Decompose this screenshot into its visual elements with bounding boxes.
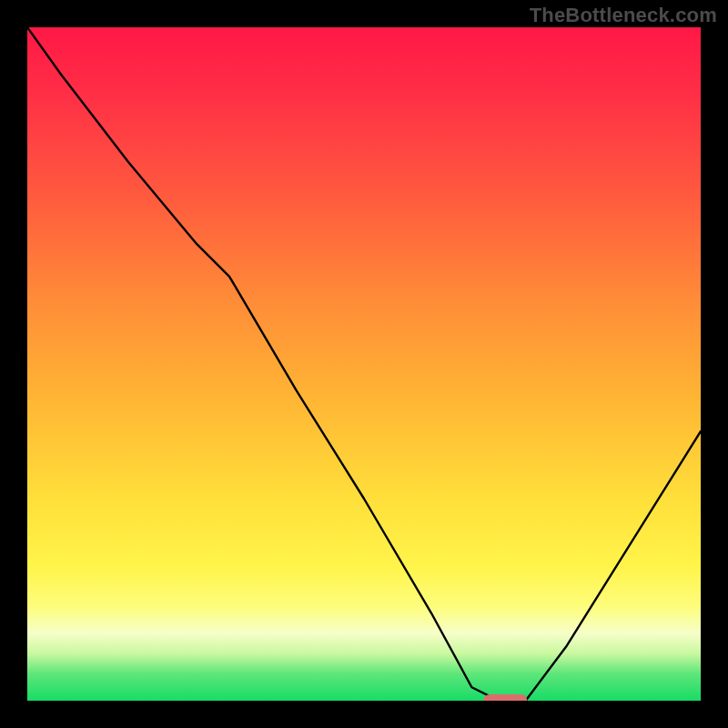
chart-frame: TheBottleneck.com xyxy=(0,0,728,728)
watermark-text: TheBottleneck.com xyxy=(530,4,717,27)
optimal-point-marker xyxy=(483,694,527,701)
chart-svg xyxy=(27,27,701,701)
plot-area xyxy=(27,27,701,701)
bottleneck-curve xyxy=(27,27,701,701)
